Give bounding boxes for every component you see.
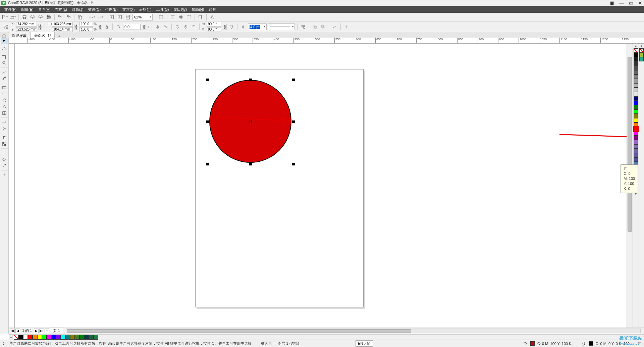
menu-文件[interactable]: 文件(F)	[2, 6, 19, 13]
swatch-bottom-14[interactable]	[84, 335, 89, 340]
ruler-horizontal[interactable]: -200-150-100-500501001502002503003504004…	[9, 38, 644, 44]
swatch-right2-0[interactable]	[639, 53, 644, 57]
swatch-right-17[interactable]	[634, 127, 638, 131]
swatch-bottom-16[interactable]	[94, 335, 98, 340]
zoom-tool[interactable]	[1, 60, 8, 66]
swatch-right-22[interactable]	[634, 149, 638, 153]
open-button[interactable]	[9, 14, 16, 20]
copy-button[interactable]	[77, 14, 84, 20]
shape-tool[interactable]	[1, 45, 8, 51]
export-button[interactable]	[116, 14, 123, 20]
show-rulers-button[interactable]	[169, 14, 176, 20]
swatch-right-15[interactable]	[634, 118, 638, 122]
add-page-button[interactable]: +	[45, 329, 49, 333]
scale-spinner[interactable]: ▲▼	[98, 24, 102, 30]
swatch-bottom-9[interactable]	[61, 335, 65, 340]
menu-购买[interactable]: 购买	[206, 6, 218, 13]
swatch-right-9[interactable]	[634, 92, 638, 96]
menu-工具[interactable]: 工具(O)	[154, 6, 171, 13]
swatch-right-24[interactable]	[634, 157, 638, 162]
swatch-right-21[interactable]	[634, 144, 638, 149]
palette2-up-arrow[interactable]: ▲	[640, 44, 643, 48]
menu-位图[interactable]: 位图(B)	[103, 6, 120, 13]
align-distribute-left-button[interactable]	[57, 14, 64, 20]
first-page-button[interactable]: ⏮	[10, 329, 15, 333]
new-document-button[interactable]	[1, 14, 8, 20]
ellipse-tool[interactable]	[1, 91, 8, 97]
sx-input[interactable]	[79, 22, 93, 27]
convert-curves-button[interactable]	[331, 23, 338, 30]
horizontal-scrollbar[interactable]	[66, 329, 641, 333]
cloud-upload-button[interactable]	[37, 14, 44, 20]
import-button[interactable]	[108, 14, 115, 20]
hscroll-thumb[interactable]	[67, 329, 411, 333]
wrap-text-button[interactable]	[300, 23, 307, 30]
save-button[interactable]	[21, 14, 28, 20]
swatch-bottom-0[interactable]	[18, 335, 23, 340]
mirror-h-button[interactable]	[154, 23, 161, 30]
palette-up-arrow[interactable]: ▲	[634, 44, 637, 48]
drop-shadow-tool[interactable]	[1, 135, 8, 141]
outline-indicator-icon[interactable]	[581, 341, 586, 346]
swatch-right2-1[interactable]	[639, 57, 644, 61]
to-back-button[interactable]	[320, 23, 326, 30]
options-button[interactable]	[209, 14, 216, 20]
swatch-bottom-none[interactable]	[14, 335, 18, 340]
sy-input[interactable]	[79, 27, 93, 32]
minimize-button[interactable]: —	[619, 1, 624, 5]
outline-pen-tool[interactable]	[1, 163, 8, 169]
connector-tool[interactable]	[1, 126, 8, 132]
swatch-right-2[interactable]	[634, 61, 638, 66]
selection-handle-bl[interactable]	[206, 163, 209, 165]
swatch-bottom-13[interactable]	[79, 335, 84, 340]
last-page-button[interactable]: ⏭	[39, 329, 44, 333]
align-distribute-right-button[interactable]	[65, 14, 72, 20]
swatch-bottom-6[interactable]	[47, 335, 51, 340]
mirror-v-button[interactable]	[162, 23, 169, 30]
selection-handle-mr[interactable]	[292, 120, 295, 123]
outline-swatch[interactable]	[589, 341, 593, 346]
to-front-button[interactable]	[312, 23, 318, 30]
text-tool[interactable]	[1, 104, 8, 110]
ruler-vertical[interactable]	[9, 44, 15, 334]
swatch-bottom-8[interactable]	[56, 335, 61, 340]
swatch-bottom-12[interactable]	[75, 335, 79, 340]
redo-button[interactable]	[97, 14, 103, 20]
swatch-right-5[interactable]	[634, 75, 638, 79]
print-button[interactable]	[45, 14, 52, 20]
angle-spinner[interactable]: ▲▼	[223, 24, 227, 30]
swatch-right-14[interactable]	[634, 114, 638, 118]
close-button[interactable]: ✕	[638, 1, 643, 5]
swatch-right-20[interactable]	[634, 140, 638, 144]
swatch-right-18[interactable]	[634, 131, 638, 136]
language-indicator[interactable]: EN ♪ 简	[356, 340, 373, 347]
swatch-bottom-3[interactable]	[33, 335, 37, 340]
swatch-right-13[interactable]	[634, 109, 638, 114]
h-input[interactable]	[52, 27, 73, 32]
undo-button[interactable]	[89, 14, 95, 20]
swatch-none[interactable]	[634, 48, 638, 53]
selection-handle-tr[interactable]	[292, 79, 295, 81]
menu-查看[interactable]: 查看(V)	[36, 6, 53, 13]
ellipse-mode-button[interactable]	[174, 23, 181, 30]
swatch-bottom-7[interactable]	[51, 335, 56, 340]
w-input[interactable]	[52, 22, 73, 27]
freehand-tool[interactable]	[1, 69, 8, 75]
swatch-right-3[interactable]	[634, 66, 638, 70]
eyedropper-tool[interactable]	[1, 150, 8, 156]
fill-indicator-icon[interactable]	[523, 341, 528, 346]
fill-tool[interactable]	[1, 156, 8, 162]
swatch-right-8[interactable]	[634, 88, 638, 92]
swatch-right-4[interactable]	[634, 70, 638, 75]
table-tool[interactable]	[1, 110, 8, 116]
swatch-bottom-2[interactable]	[28, 335, 33, 340]
page-tab-1[interactable]: 页 1	[50, 328, 63, 334]
menu-布局[interactable]: 布局(L)	[53, 6, 69, 13]
angle2-input[interactable]	[207, 27, 221, 32]
next-page-button[interactable]: ▶	[34, 329, 39, 333]
add-tool-button[interactable]	[1, 172, 8, 178]
swatch-bottom-5[interactable]	[42, 335, 47, 340]
swatch-bottom-11[interactable]	[70, 335, 75, 340]
object-origin-icon[interactable]	[1, 22, 10, 31]
swatch-right-7[interactable]	[634, 83, 638, 88]
